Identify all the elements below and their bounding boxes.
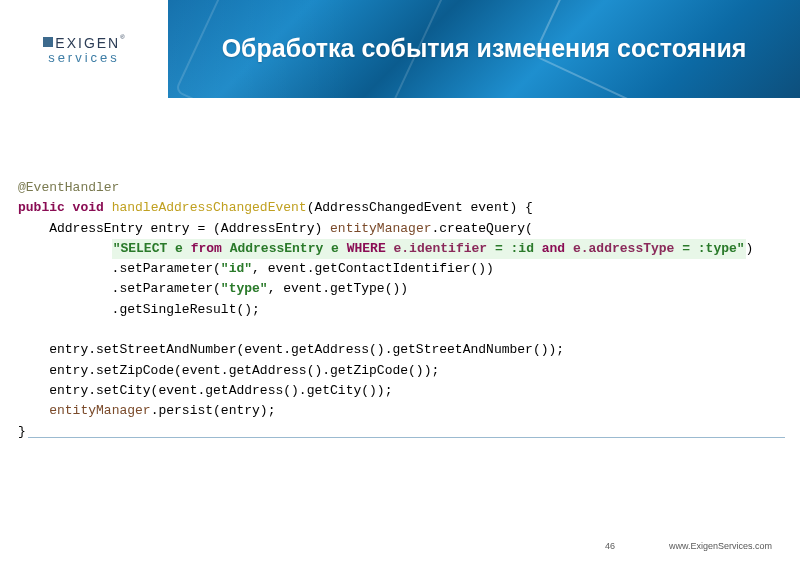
code-object: entityManager (49, 403, 150, 418)
code-keyword: public void (18, 200, 104, 215)
code-string-kw: from (191, 241, 222, 256)
code-string: e (167, 241, 190, 256)
logo-text-main: EXIGEN (55, 35, 120, 51)
code-string-kw: and (542, 241, 565, 256)
code-string-kw: "SELECT (113, 241, 168, 256)
code-jpql-string: "SELECT e from AddressEntry e WHERE e.id… (112, 239, 746, 259)
title-banner: Обработка события изменения состояния (168, 0, 800, 98)
code-string-kw: WHERE (347, 241, 386, 256)
code-text: } (18, 424, 26, 439)
registered-icon: ® (120, 34, 124, 40)
code-string: = :type" (674, 241, 744, 256)
code-text: (AddressChangedEvent event) { (307, 200, 533, 215)
code-text: .setParameter( (18, 281, 221, 296)
logo: EXIGEN® services (43, 34, 124, 64)
code-string: "id" (221, 261, 252, 276)
code-indent (18, 241, 112, 256)
code-method-name: handleAddressChangedEvent (112, 200, 307, 215)
footer-url: www.ExigenServices.com (669, 541, 772, 551)
code-text: .getSingleResult(); (18, 302, 260, 317)
code-text: .createQuery( (431, 221, 532, 236)
code-text: entry.setStreetAndNumber(event.getAddres… (18, 342, 564, 357)
code-string (386, 241, 394, 256)
logo-line-1: EXIGEN® (43, 34, 124, 50)
code-string (565, 241, 573, 256)
logo-area: EXIGEN® services (0, 0, 168, 98)
logo-square-icon (43, 37, 53, 47)
code-text: entry.setZipCode(event.getAddress().getZ… (18, 363, 439, 378)
code-blank-line (18, 322, 26, 337)
code-string: = :id (487, 241, 542, 256)
slide-header: EXIGEN® services Обработка события измен… (0, 0, 800, 98)
code-underline (28, 437, 785, 438)
page-number: 46 (605, 541, 615, 551)
code-string-id: e.identifier (394, 241, 488, 256)
code-string-id: e.addressType (573, 241, 674, 256)
code-text: .persist(entry); (151, 403, 276, 418)
code-text: .setParameter( (18, 261, 221, 276)
code-text: , event.getType()) (268, 281, 408, 296)
logo-text-sub: services (43, 51, 124, 64)
code-annotation: @EventHandler (18, 180, 119, 195)
code-text: ) (746, 241, 754, 256)
code-text: AddressEntry entry = (AddressEntry) (18, 221, 330, 236)
code-text: entry.setCity(event.getAddress().getCity… (18, 383, 392, 398)
code-object: entityManager (330, 221, 431, 236)
code-string: AddressEntry e (222, 241, 347, 256)
slide-title: Обработка события изменения состояния (168, 34, 800, 63)
code-text: , event.getContactIdentifier()) (252, 261, 494, 276)
code-string: "type" (221, 281, 268, 296)
code-block: @EventHandler public void handleAddressC… (18, 178, 782, 442)
code-indent (18, 403, 49, 418)
